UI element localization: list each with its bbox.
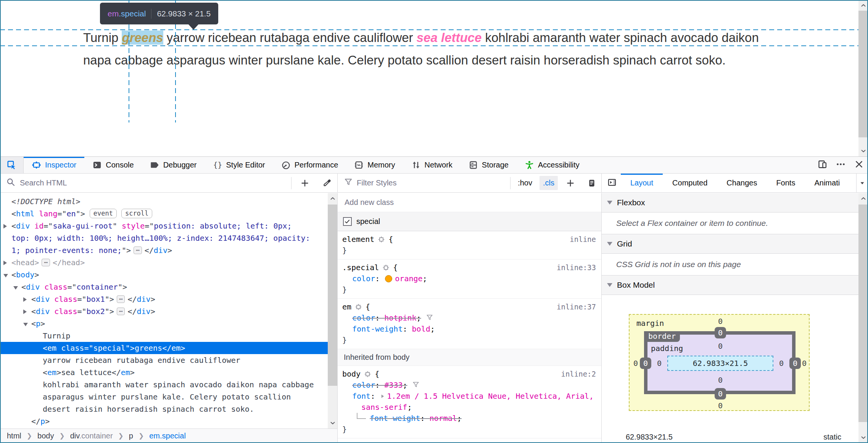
sidebar-tab-fonts[interactable]: Fonts (767, 174, 805, 192)
scroll-down-button[interactable] (858, 146, 868, 156)
add-new-class-input[interactable] (345, 198, 601, 207)
color-swatch[interactable] (385, 275, 392, 282)
rule-location-link[interactable]: inline (570, 234, 601, 245)
css-declaration[interactable]: color: orange; (338, 273, 601, 284)
tab-performance[interactable]: Performance (273, 157, 346, 173)
breadcrumb-item-html[interactable]: html (7, 432, 21, 440)
box-model-content[interactable]: 62.9833×21.5 (667, 356, 773, 371)
tree-node[interactable]: <div class="box1">⋯</div> (0, 293, 328, 305)
css-declaration[interactable]: color: hotpink; (338, 313, 601, 324)
inline-expander-button[interactable]: ⋯ (42, 259, 50, 266)
sidebar-tab-layout[interactable]: Layout (621, 174, 663, 192)
expand-arrow-icon[interactable] (3, 261, 7, 265)
tab-storage[interactable]: Storage (461, 157, 517, 173)
property-value[interactable]: #333 (384, 380, 403, 390)
expand-arrow-icon[interactable] (3, 224, 7, 229)
tree-node[interactable]: top: 0px; width: 100%; height…100%; z-in… (0, 232, 328, 244)
property-value[interactable]: 1.2em / 1.5 Helvetica Neue, Helvetica, A… (361, 391, 594, 412)
property-value[interactable]: orange (395, 274, 422, 283)
tree-node[interactable]: </p> (0, 415, 328, 427)
node-picker-button[interactable] (0, 157, 24, 173)
scroll-down-button[interactable] (858, 432, 868, 443)
print-media-button[interactable] (583, 174, 601, 192)
highlight-selector-icon[interactable] (364, 371, 371, 378)
highlight-selector-icon[interactable] (355, 303, 362, 311)
padding-top-value[interactable]: 0 (718, 342, 723, 351)
inline-expander-button[interactable]: ⋯ (117, 308, 125, 315)
tree-node[interactable]: desert raisin horseradish spinach carrot… (0, 403, 328, 415)
search-html-input[interactable] (20, 179, 287, 187)
tree-node[interactable]: <head>⋯</head> (0, 256, 328, 269)
expand-computed-icon[interactable] (380, 393, 385, 399)
filter-styles-input[interactable] (357, 179, 506, 187)
tree-node[interactable]: <p> (0, 317, 328, 330)
tree-node[interactable]: yarrow ricebean rutabaga endive cauliflo… (0, 354, 328, 366)
tab-memory[interactable]: Memory (346, 157, 403, 173)
tree-node[interactable]: <div id="saka-gui-root" style="position:… (0, 220, 328, 232)
add-node-button[interactable] (296, 174, 314, 192)
property-name[interactable]: font (352, 391, 370, 401)
border-right-value[interactable]: 0 (789, 358, 801, 369)
tree-node[interactable]: Turnip (0, 330, 328, 342)
property-value[interactable]: bold (412, 324, 430, 333)
tree-node[interactable]: asparagus winter purslane kale. Celery p… (0, 391, 328, 403)
breadcrumb-item-div[interactable]: div.container (70, 432, 113, 440)
tab-console[interactable]: Console (84, 157, 142, 173)
tab-inspector[interactable]: Inspector (24, 157, 84, 173)
tab-debugger[interactable]: Debugger (142, 157, 205, 173)
close-devtools-button[interactable] (850, 157, 868, 173)
highlight-selector-icon[interactable] (378, 236, 385, 243)
rule-location-link[interactable]: inline:33 (557, 262, 601, 273)
scrollbar-thumb[interactable] (858, 205, 868, 422)
box-model-section-header[interactable]: Box Model (602, 275, 858, 295)
css-declaration[interactable]: font: 1.2em / 1.5 Helvetica Neue, Helvet… (338, 391, 601, 413)
inline-expander-button[interactable]: ⋯ (134, 246, 142, 254)
padding-right-value[interactable]: 0 (779, 359, 784, 368)
layout-scrollbar[interactable] (858, 193, 868, 443)
property-value[interactable]: hotpink (384, 313, 416, 322)
border-bottom-value[interactable]: 0 (715, 388, 726, 400)
padding-left-value[interactable]: 0 (657, 359, 662, 368)
tree-node[interactable]: <!DOCTYPE html> (0, 195, 328, 208)
overridden-filter-icon[interactable] (426, 314, 433, 321)
tab-style-editor[interactable]: {}Style Editor (205, 157, 273, 173)
tree-node[interactable]: <em>sea lettuce</em> (0, 366, 328, 379)
rule-selector[interactable]: element (342, 234, 374, 245)
add-rule-button[interactable] (562, 174, 579, 192)
flexbox-section-header[interactable]: Flexbox (602, 193, 858, 213)
sidebar-tab-changes[interactable]: Changes (717, 174, 767, 192)
margin-top-value[interactable]: 0 (718, 317, 723, 326)
collapse-arrow-icon[interactable] (23, 323, 28, 326)
scroll-down-button[interactable] (328, 418, 337, 429)
padding-bottom-value[interactable]: 0 (718, 375, 723, 385)
sidebar-tab-animati[interactable]: Animati (805, 174, 849, 192)
border-top-value[interactable]: 0 (715, 327, 726, 338)
eyedropper-button[interactable] (318, 174, 336, 192)
css-declaration[interactable]: font-weight: bold; (338, 324, 601, 335)
tab-accessibility[interactable]: Accessibility (517, 157, 588, 173)
tree-node[interactable]: kohlrabi amaranth water spinach avocado … (0, 379, 328, 391)
css-declaration[interactable]: color: #333; (338, 380, 601, 391)
rule-location-link[interactable]: inline:37 (557, 301, 601, 313)
rule-selector[interactable]: em (342, 301, 351, 313)
tree-node[interactable]: 1; pointer-events: none;">⋯</div> (0, 244, 328, 256)
tree-node[interactable]: <div class="container"> (0, 281, 328, 293)
sidebar-tab-computed[interactable]: Computed (663, 174, 717, 192)
property-name[interactable]: color (352, 313, 375, 322)
rule-selector[interactable]: .special (342, 262, 379, 273)
tab-network[interactable]: Network (403, 157, 461, 173)
border-left-value[interactable]: 0 (640, 358, 651, 369)
scrollbar-thumb[interactable] (858, 11, 868, 137)
margin-left-value[interactable]: 0 (633, 359, 638, 368)
scroll-badge[interactable]: scroll (121, 209, 152, 218)
scrollbar-thumb[interactable] (328, 205, 337, 386)
rule-selector[interactable]: body (342, 369, 361, 380)
breadcrumb-item-p[interactable]: p (129, 432, 133, 440)
rule-location-link[interactable]: inline:2 (561, 369, 601, 380)
tree-node[interactable]: <html lang="en">eventscroll (0, 208, 328, 220)
tree-node[interactable]: <div class="box2">⋯</div> (0, 305, 328, 317)
collapse-arrow-icon[interactable] (3, 274, 8, 277)
responsive-design-mode-button[interactable] (813, 157, 831, 173)
page-scrollbar[interactable] (858, 0, 868, 156)
scroll-up-button[interactable] (328, 193, 337, 204)
